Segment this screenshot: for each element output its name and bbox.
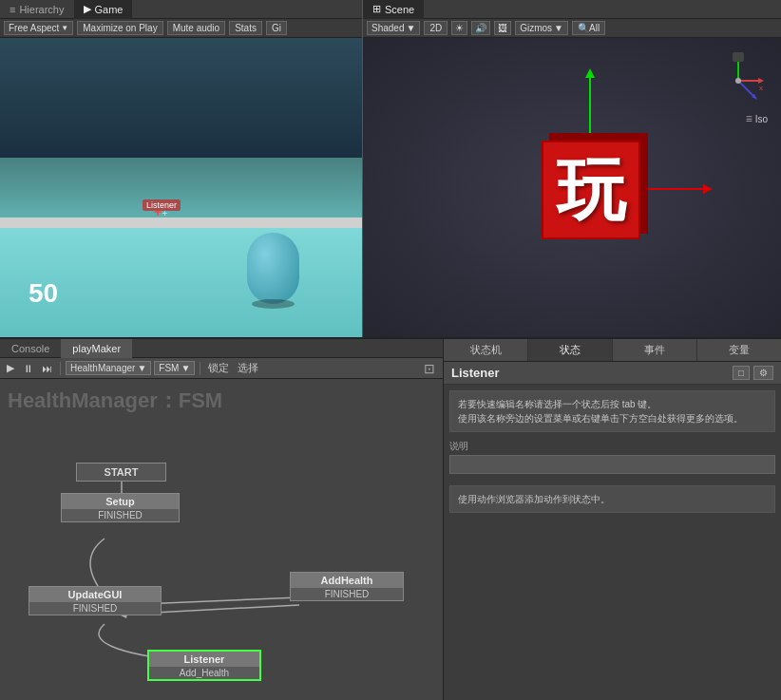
fsm-arrow-icon: ▼ xyxy=(181,363,190,373)
tab-game[interactable]: ▶ Game xyxy=(74,0,133,19)
fsm-node-listener[interactable]: Listener Add_Health xyxy=(147,650,261,681)
game-icon: ▶ xyxy=(84,3,91,15)
listener-settings-btn[interactable]: ⚙ xyxy=(753,366,773,380)
fsm-dropdown[interactable]: FSM ▼ xyxy=(154,361,195,375)
scene-tab-bar: ⊞ Scene xyxy=(363,0,781,19)
tab-hierarchy[interactable]: ≡ Hierarchy xyxy=(0,0,74,19)
step-btn[interactable]: ⏭ xyxy=(39,362,55,375)
right-tabs: 状态机 状态 事件 变量 xyxy=(444,339,781,362)
tab-variables[interactable]: 变量 xyxy=(697,339,781,361)
addhealth-subtitle: FINISHED xyxy=(291,588,403,600)
tab-events[interactable]: 事件 xyxy=(613,339,697,361)
description-section: 说明 xyxy=(449,438,775,474)
listener-state-title: Listener xyxy=(451,366,500,380)
audio-icon-btn[interactable]: 🔊 xyxy=(471,21,490,35)
fsm-node-setup[interactable]: Setup FINISHED xyxy=(61,493,180,522)
cube-wrapper: 玩 xyxy=(534,133,648,247)
gi-btn[interactable]: Gi xyxy=(266,21,287,35)
setup-subtitle: FINISHED xyxy=(62,509,179,521)
mute-btn[interactable]: Mute audio xyxy=(167,21,225,35)
tab-playmaker[interactable]: playMaker xyxy=(61,339,132,358)
fsm-node-addhealth[interactable]: AddHealth FINISHED xyxy=(290,572,404,601)
updategui-title: UpdateGUI xyxy=(29,587,161,602)
start-label: START xyxy=(105,466,139,478)
game-score: 50 xyxy=(29,278,58,309)
description-input[interactable] xyxy=(449,455,775,474)
target-label: HealthManager xyxy=(70,363,135,373)
shader-dropdown[interactable]: Shaded ▼ xyxy=(367,21,420,35)
setup-title: Setup xyxy=(62,494,179,509)
addhealth-title: AddHealth xyxy=(291,573,403,588)
target-arrow-icon: ▼ xyxy=(137,363,146,373)
select-btn[interactable]: 选择 xyxy=(235,360,261,376)
tab-state[interactable]: 状态 xyxy=(528,339,613,361)
y-axis xyxy=(589,76,591,133)
fsm-node-start[interactable]: START xyxy=(76,463,166,482)
scene-tab-label: Scene xyxy=(385,4,414,15)
scene-object: 玩 xyxy=(534,133,648,247)
bottom-tab-bar: Console playMaker xyxy=(0,339,443,358)
capsule-object xyxy=(247,223,299,304)
2d-btn[interactable]: 2D xyxy=(424,21,448,35)
fsm-node-updategui[interactable]: UpdateGUI FINISHED xyxy=(29,586,162,615)
svg-point-9 xyxy=(735,78,741,84)
action-info: 使用动作浏览器添加动作到状态中。 xyxy=(449,485,775,513)
shader-label: Shaded xyxy=(371,23,404,33)
tab-console[interactable]: Console xyxy=(0,339,61,358)
scene-viewport: y x ≡ Iso xyxy=(363,38,781,337)
play-btn[interactable]: ▶ xyxy=(4,361,17,375)
info-text-line2: 使用该名称旁边的设置菜单或右键单击下方空白处获得更多的选项。 xyxy=(458,411,767,426)
scene-panel: ⊞ Scene Shaded ▼ 2D ☀ 🔊 🖼 Gizmos ▼ 🔍All xyxy=(363,0,781,337)
game-tab-bar: ≡ Hierarchy ▶ Game xyxy=(0,0,362,19)
scene-gizmo: y x xyxy=(710,52,767,109)
shader-arrow-icon: ▼ xyxy=(406,23,415,33)
capsule-shadow xyxy=(252,299,295,309)
description-label: 说明 xyxy=(449,438,775,455)
tab-statemachine[interactable]: 状态机 xyxy=(444,339,528,361)
chinese-character: 玩 xyxy=(557,156,625,224)
playmaker-tab-label: playMaker xyxy=(72,343,121,354)
image-icon-btn[interactable]: 🖼 xyxy=(494,21,511,35)
statemachine-tab-label: 状态机 xyxy=(470,343,502,357)
gizmos-dropdown[interactable]: Gizmos ▼ xyxy=(515,21,568,35)
x-axis xyxy=(648,188,705,190)
lines-icon: ≡ xyxy=(746,112,752,125)
search-btn[interactable]: 🔍All xyxy=(572,21,605,35)
hierarchy-tab-label: Hierarchy xyxy=(19,4,64,15)
chinese-cube[interactable]: 玩 xyxy=(542,141,640,239)
svg-rect-8 xyxy=(733,52,744,62)
listener-checkbox-btn[interactable]: □ xyxy=(733,366,750,380)
bottom-section: Console playMaker ▶ ⏸ ⏭ HealthManager ▼ … xyxy=(0,337,781,700)
separator-2 xyxy=(200,362,200,375)
playmaker-toolbar: ▶ ⏸ ⏭ HealthManager ▼ FSM ▼ 锁定 选择 ⊡ xyxy=(0,358,443,379)
expand-icon[interactable]: ⊡ xyxy=(420,361,439,376)
lock-btn[interactable]: 锁定 xyxy=(205,360,232,376)
state-tab-label: 状态 xyxy=(560,343,581,357)
target-dropdown[interactable]: HealthManager ▼ xyxy=(66,361,151,375)
game-panel: ≡ Hierarchy ▶ Game Free Aspect ▼ Maximiz… xyxy=(0,0,363,337)
separator-1 xyxy=(60,362,61,375)
gizmos-label: Gizmos xyxy=(520,23,552,33)
events-tab-label: 事件 xyxy=(644,343,665,357)
svg-line-6 xyxy=(738,81,755,98)
stats-btn[interactable]: Stats xyxy=(229,21,262,35)
listener-label: Listener xyxy=(143,199,181,211)
maximize-btn[interactable]: Maximize on Play xyxy=(77,21,162,35)
sun-icon-btn[interactable]: ☀ xyxy=(451,21,467,35)
fsm-label: FSM xyxy=(159,363,179,373)
listener-header: Listener □ ⚙ xyxy=(444,362,781,385)
info-box: 若要快速编辑名称请选择一个状态后按 tab 键。 使用该名称旁边的设置菜单或右键… xyxy=(449,390,775,432)
action-info-text: 使用动作浏览器添加动作到状态中。 xyxy=(458,494,610,504)
top-section: ≡ Hierarchy ▶ Game Free Aspect ▼ Maximiz… xyxy=(0,0,781,337)
fsm-title: HealthManager：FSM xyxy=(8,387,222,415)
game-tab-label: Game xyxy=(95,4,124,15)
hierarchy-icon: ≡ xyxy=(10,4,15,15)
right-panel: 状态机 状态 事件 变量 Listener □ ⚙ 若要快速编辑名称请选择一个状… xyxy=(444,339,781,700)
game-viewport: + Listener 50 xyxy=(0,38,362,337)
scene-toolbar: Shaded ▼ 2D ☀ 🔊 🖼 Gizmos ▼ 🔍All xyxy=(363,19,781,38)
pause-btn[interactable]: ⏸ xyxy=(20,362,36,375)
aspect-dropdown[interactable]: Free Aspect ▼ xyxy=(4,21,73,35)
tab-scene[interactable]: ⊞ Scene xyxy=(363,0,424,19)
variables-tab-label: 变量 xyxy=(729,343,750,357)
listener-controls: □ ⚙ xyxy=(733,366,773,380)
